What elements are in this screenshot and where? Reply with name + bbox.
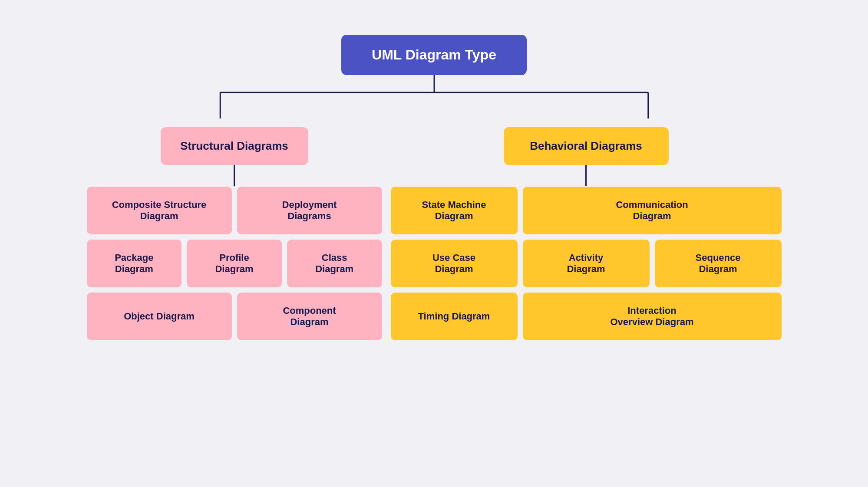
root-box: UML Diagram Type	[341, 35, 527, 75]
sequence-card: SequenceDiagram	[655, 240, 782, 287]
structural-cards-grid: Composite StructureDiagram DeploymentDia…	[87, 187, 382, 340]
state-machine-card: State MachineDiagram	[391, 187, 518, 234]
svg-rect-28	[585, 165, 587, 180]
top-branch-svg	[52, 75, 816, 127]
object-card: Object Diagram	[87, 293, 232, 340]
behavioral-node-box: Behavioral Diagrams	[504, 127, 669, 165]
interaction-overview-card: InteractionOverview Diagram	[523, 293, 782, 340]
svg-rect-26	[234, 165, 235, 180]
communication-card: CommunicationDiagram	[523, 187, 782, 234]
svg-marker-29	[585, 180, 587, 187]
timing-card: Timing Diagram	[391, 293, 518, 340]
behavioral-arrow-down	[585, 165, 587, 187]
behavioral-cards-grid: State MachineDiagram CommunicationDiagra…	[391, 187, 782, 340]
tree-wrapper: UML Diagram Type Structural Diagrams	[43, 17, 825, 358]
activity-card: ActivityDiagram	[523, 240, 650, 287]
structural-arrow-down	[234, 165, 235, 187]
structural-col: Structural Diagrams Composite StructureD…	[87, 127, 382, 340]
branch-area-top	[52, 75, 816, 127]
component-card: ComponentDiagram	[237, 293, 382, 340]
level2-row: Structural Diagrams Composite StructureD…	[52, 127, 816, 340]
deployment-card: DeploymentDiagrams	[237, 187, 382, 234]
profile-card: ProfileDiagram	[187, 240, 282, 287]
class-card: ClassDiagram	[287, 240, 382, 287]
use-case-card: Use CaseDiagram	[391, 240, 518, 287]
structural-node-box: Structural Diagrams	[161, 127, 308, 165]
svg-marker-27	[234, 180, 235, 187]
tree-root-row: UML Diagram Type	[52, 35, 816, 75]
package-card: PackageDiagram	[87, 240, 182, 287]
behavioral-col: Behavioral Diagrams State MachineDiagram…	[391, 127, 782, 340]
composite-card: Composite StructureDiagram	[87, 187, 232, 234]
structural-row2-sub: PackageDiagram ProfileDiagram ClassDiagr…	[87, 240, 382, 287]
